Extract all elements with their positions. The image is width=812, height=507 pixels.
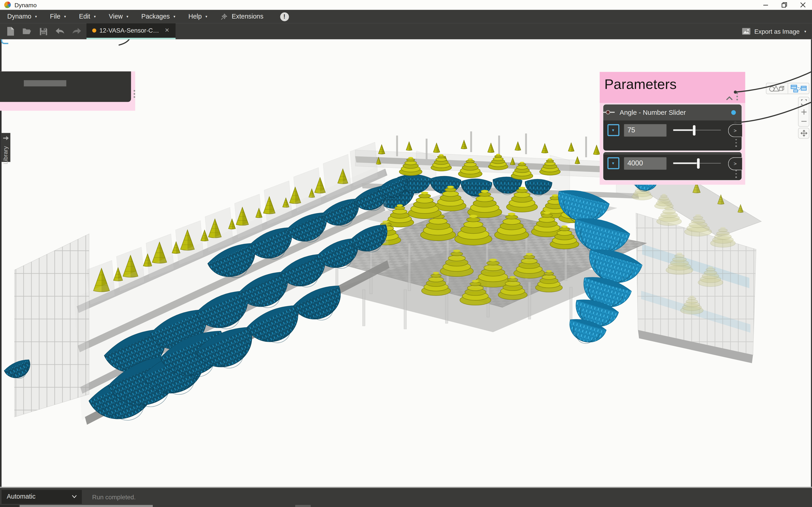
arrow-right-icon — [3, 135, 9, 141]
output-port[interactable]: > — [728, 124, 742, 137]
group-context-menu-icon[interactable] — [737, 93, 738, 101]
run-mode-select[interactable]: Automatic — [2, 490, 82, 504]
menu-edit[interactable]: Edit▼ — [79, 13, 97, 20]
redo-button[interactable] — [68, 27, 85, 35]
zoom-controls — [798, 97, 809, 127]
undo-button[interactable] — [52, 27, 68, 35]
group-header[interactable]: Parameters — [600, 72, 745, 103]
restore-button[interactable] — [775, 0, 793, 10]
chevron-down-icon: ▼ — [35, 15, 38, 18]
node-input-field[interactable] — [24, 80, 66, 86]
menu-file[interactable]: File▼ — [50, 13, 67, 20]
horizontal-scrollbar-thumb[interactable] — [20, 505, 153, 507]
unsaved-indicator-dot — [92, 28, 96, 33]
node-angle-number-slider[interactable]: Angle - Number Slider ▼ 75 > — [602, 104, 742, 151]
node-partial[interactable] — [0, 71, 131, 102]
open-file-button[interactable] — [18, 27, 35, 35]
dynamo-logo-icon — [4, 2, 11, 8]
minimize-button[interactable] — [756, 0, 775, 10]
chevron-down-icon: ▼ — [804, 30, 807, 33]
tab-active-graph[interactable]: 12-VASA-Sensor-Cov… ✕ — [87, 23, 175, 38]
export-as-image-button[interactable]: Export as Image ▼ — [742, 23, 807, 39]
chevron-down-icon: ▼ — [611, 161, 615, 165]
image-icon — [742, 28, 750, 35]
window-titlebar: Dynamo — [0, 0, 812, 10]
graph-canvas[interactable]: Library Parameters — [0, 39, 812, 487]
group-parameters[interactable]: Parameters Angle - Number Slider — [600, 72, 745, 185]
zoom-in-button[interactable] — [799, 107, 809, 117]
menu-packages[interactable]: Packages▼ — [141, 13, 176, 20]
node-distance-number-slider[interactable]: ▼ 4000 > — [602, 152, 742, 180]
pin-icon — [220, 13, 228, 20]
slider-value-input[interactable]: 75 — [624, 124, 666, 136]
fit-to-screen-button[interactable] — [799, 97, 809, 107]
tab-label: 12-VASA-Sensor-Cov… — [99, 27, 161, 34]
run-status-text: Run completed. — [92, 488, 136, 507]
slider-handle[interactable] — [693, 125, 695, 135]
window-title: Dynamo — [14, 2, 37, 8]
chevron-down-icon: ▼ — [205, 15, 208, 18]
pan-icon — [801, 130, 807, 137]
right-panel-edge — [811, 39, 812, 487]
dynamo-app: Dynamo Dynamo▼ File▼ Edit▼ View▼ Package… — [0, 0, 812, 507]
graph-view-icon — [790, 84, 807, 93]
menu-extensions[interactable]: Extensions — [220, 13, 263, 20]
menu-help[interactable]: Help▼ — [189, 13, 208, 20]
tab-active-underline — [87, 38, 175, 39]
chevron-down-icon: ▼ — [126, 15, 129, 18]
chevron-down-icon — [72, 495, 77, 498]
tab-close-icon[interactable]: ✕ — [165, 27, 169, 34]
value-type-dropdown[interactable]: ▼ — [607, 157, 619, 169]
value-type-dropdown[interactable]: ▼ — [607, 124, 619, 136]
horizontal-scrollbar-segment[interactable] — [295, 505, 311, 507]
zoom-out-button[interactable] — [799, 117, 809, 126]
node-context-menu-icon[interactable] — [134, 90, 135, 98]
library-tab-label: Library — [2, 146, 9, 164]
library-flyout-tab[interactable]: Library — [1, 133, 10, 162]
geometry-view-icon — [769, 85, 785, 92]
node-title: Angle - Number Slider — [620, 108, 686, 116]
menubar: Dynamo▼ File▼ Edit▼ View▼ Packages▼ Help… — [0, 10, 812, 23]
node-body: ▼ 4000 > — [603, 154, 741, 180]
node-body: ▼ 75 > — [603, 120, 741, 149]
pan-button[interactable] — [798, 128, 809, 139]
geometry-view-button[interactable] — [766, 83, 788, 94]
menu-dynamo[interactable]: Dynamo▼ — [7, 13, 38, 20]
new-file-button[interactable] — [2, 27, 18, 36]
slider-handle[interactable] — [697, 158, 699, 168]
graph-view-button[interactable] — [788, 83, 809, 94]
slider-track[interactable] — [673, 125, 720, 135]
group-partial-topleft[interactable] — [0, 71, 135, 111]
building-end-wall — [14, 234, 89, 417]
node-context-menu-icon[interactable] — [735, 170, 737, 178]
toolbar: 12-VASA-Sensor-Cov… ✕ Export as Image ▼ — [0, 23, 812, 39]
node-header[interactable] — [603, 152, 741, 154]
close-button[interactable] — [794, 0, 812, 10]
slider-value-input[interactable]: 4000 — [624, 157, 666, 170]
menu-view[interactable]: View▼ — [109, 13, 129, 20]
statusbar: Automatic Run completed. — [0, 488, 812, 507]
view-toggle-group — [766, 83, 810, 94]
node-preview-dot[interactable] — [731, 110, 735, 115]
chevron-down-icon: ▼ — [611, 128, 615, 132]
node-context-menu-icon[interactable] — [735, 139, 737, 147]
scrollbar-corner — [0, 505, 18, 507]
collapse-chevron-icon[interactable] — [726, 96, 733, 100]
group-title[interactable]: Parameters — [604, 76, 676, 93]
output-port[interactable]: > — [728, 157, 742, 170]
slider-node-icon — [603, 110, 614, 115]
notifications-icon[interactable]: ! — [280, 12, 289, 21]
chevron-down-icon: ▼ — [93, 15, 97, 18]
chevron-down-icon: ▼ — [173, 15, 176, 18]
save-button[interactable] — [35, 27, 52, 36]
chevron-down-icon: ▼ — [63, 15, 67, 18]
slider-track[interactable] — [673, 158, 720, 168]
node-header[interactable]: Angle - Number Slider — [603, 104, 741, 120]
